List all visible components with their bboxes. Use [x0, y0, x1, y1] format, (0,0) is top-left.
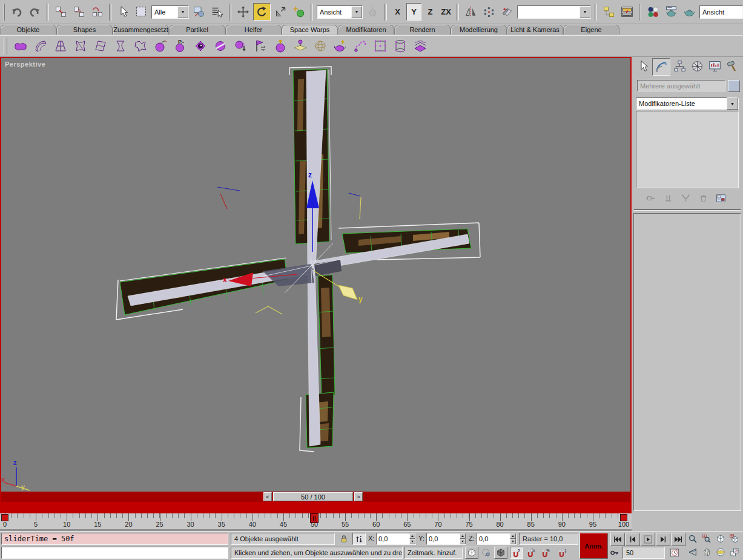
modifier-list-dropdown[interactable]: Modifikatoren-Liste ▼: [636, 97, 739, 110]
curve-editor-icon[interactable]: [619, 4, 635, 20]
rollout-area[interactable]: [633, 213, 741, 511]
zoom-extents-all-icon[interactable]: [728, 533, 741, 545]
x-coord-field[interactable]: 0,0: [376, 533, 416, 545]
arc-rotate-icon[interactable]: [714, 546, 727, 558]
render-scene-icon[interactable]: [663, 4, 679, 20]
min-max-toggle-icon[interactable]: [728, 546, 741, 558]
zoom-icon[interactable]: [686, 533, 699, 545]
pin-stack-icon[interactable]: [643, 192, 658, 205]
taper-spacewarp-icon[interactable]: [52, 38, 69, 54]
tab-objekte[interactable]: Objekte: [0, 25, 56, 35]
maxscript-listener-output[interactable]: sliderTime = 50f: [1, 533, 228, 545]
time-tag-button[interactable]: Zeitmark. hinzuf.: [404, 547, 463, 559]
utilities-tab-icon[interactable]: [724, 58, 741, 74]
y-spinner[interactable]: [460, 533, 466, 544]
drag-spacewarp-icon[interactable]: [212, 38, 229, 54]
twist-spacewarp-icon[interactable]: [72, 38, 89, 54]
y-coord-value[interactable]: 0,0: [427, 533, 460, 544]
push-spacewarp-icon[interactable]: [272, 38, 289, 54]
bomb-spacewarp-icon[interactable]: [152, 38, 169, 54]
time-slider-track[interactable]: < 50 / 100 >: [1, 492, 630, 502]
wave-spacewarp-icon[interactable]: [412, 38, 429, 54]
y-coord-field[interactable]: 0,0: [426, 533, 466, 545]
material-editor-icon[interactable]: [645, 4, 661, 20]
play-animation-icon[interactable]: [641, 533, 655, 546]
object-color-swatch[interactable]: [728, 80, 740, 92]
schematic-view-icon[interactable]: [601, 4, 617, 20]
windmill-arm-top[interactable]: [289, 67, 331, 268]
selection-region-icon[interactable]: [480, 547, 493, 559]
axis-zx-button[interactable]: ZX: [439, 4, 453, 20]
wind-spacewarp-icon[interactable]: [252, 38, 269, 54]
previous-frame-icon[interactable]: [626, 533, 640, 546]
window-crossing-icon[interactable]: [191, 4, 207, 20]
selection-lock-icon[interactable]: [337, 533, 351, 545]
rectangular-selection-region-icon[interactable]: [133, 4, 150, 20]
z-coord-field[interactable]: 0,0: [477, 533, 517, 545]
reference-coordinate-dropdown[interactable]: Ansicht▼: [317, 5, 363, 19]
remove-modifier-icon[interactable]: [696, 192, 710, 205]
percent-snap-icon[interactable]: %: [539, 547, 552, 559]
next-frame-button[interactable]: >: [354, 492, 363, 501]
angle-snap-icon[interactable]: [524, 547, 538, 559]
tab-modellierung[interactable]: Modellierung: [451, 25, 507, 35]
absolute-offset-mode-icon[interactable]: [352, 533, 366, 545]
modifier-stack-list[interactable]: [636, 111, 739, 188]
create-tab-icon[interactable]: [635, 58, 652, 74]
field-of-view-icon[interactable]: [686, 546, 699, 558]
tab-helfer[interactable]: Helfer: [225, 25, 282, 35]
unlink-selection-icon[interactable]: [71, 4, 87, 20]
track-bar[interactable]: 0510152025303540455055606570758085909510…: [0, 513, 632, 531]
go-to-start-icon[interactable]: [610, 533, 625, 546]
mirror-icon[interactable]: [463, 4, 479, 20]
windmill-arm-left[interactable]: [116, 258, 312, 320]
bind-to-spacewarp-icon[interactable]: [89, 4, 105, 20]
x-coord-value[interactable]: 0,0: [377, 533, 409, 544]
chevron-down-icon[interactable]: ▼: [351, 6, 362, 18]
z-coord-value[interactable]: 0,0: [477, 533, 510, 544]
ffd-box-spacewarp-icon[interactable]: [372, 38, 389, 54]
degradation-cube-icon[interactable]: [494, 547, 507, 559]
animate-button[interactable]: Anim.: [580, 533, 608, 559]
zoom-extents-icon[interactable]: [714, 533, 727, 545]
displace-spacewarp-icon[interactable]: [292, 38, 309, 54]
next-frame-icon[interactable]: [656, 533, 670, 546]
viewport-scene[interactable]: z x y: [1, 58, 630, 492]
render-type-field[interactable]: Ansicht: [699, 5, 743, 19]
toolbar-drag-handle[interactable]: [4, 38, 7, 54]
zoom-all-icon[interactable]: [700, 533, 713, 545]
hierarchy-tab-icon[interactable]: [671, 58, 688, 74]
time-slider-handle[interactable]: 50 / 100: [273, 492, 353, 501]
ffd-cyl-spacewarp-icon[interactable]: [392, 38, 409, 54]
set-key-icon[interactable]: [608, 547, 621, 559]
named-selection-dropdown[interactable]: ▼: [517, 5, 591, 19]
select-and-scale-icon[interactable]: [272, 4, 289, 20]
vortex-spacewarp-icon[interactable]: [192, 38, 209, 54]
maxscript-listener-input[interactable]: [1, 547, 228, 559]
time-slider[interactable]: < 50 / 100 >: [263, 492, 363, 501]
snap-3d-icon[interactable]: 3: [510, 547, 523, 559]
array-icon[interactable]: [481, 4, 497, 20]
bend-spacewarp-icon[interactable]: [32, 38, 49, 54]
x-spinner[interactable]: [409, 533, 415, 544]
tab-eigene[interactable]: Eigene: [563, 25, 619, 35]
path-follow-spacewarp-icon[interactable]: [352, 38, 369, 54]
align-icon[interactable]: [499, 4, 515, 20]
noise-spacewarp-icon[interactable]: [132, 38, 149, 54]
viewport-label[interactable]: Perspektive: [5, 61, 45, 68]
tab-licht-kameras[interactable]: Licht & Kameras: [507, 25, 563, 35]
keyframe-marker[interactable]: [1, 514, 8, 521]
select-and-rotate-icon[interactable]: [253, 3, 271, 21]
motion-tab-icon[interactable]: [689, 58, 705, 74]
perspective-viewport[interactable]: z x y: [0, 57, 632, 513]
show-end-result-icon[interactable]: [661, 192, 675, 205]
sdeflector-spacewarp-icon[interactable]: [312, 38, 329, 54]
select-and-manipulate-icon[interactable]: [291, 4, 307, 20]
go-to-end-icon[interactable]: [671, 533, 685, 546]
undo-icon[interactable]: [8, 4, 25, 20]
time-configuration-icon[interactable]: [668, 547, 681, 559]
tab-partikel[interactable]: Partikel: [169, 25, 225, 35]
windmill-arm-bottom[interactable]: [300, 270, 335, 452]
configure-modifier-sets-icon[interactable]: [713, 192, 728, 205]
udeflector-spacewarp-icon[interactable]: [332, 38, 349, 54]
